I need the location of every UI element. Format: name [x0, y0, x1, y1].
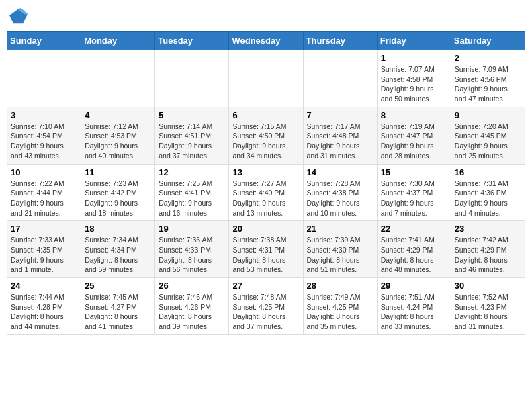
- day-info: Sunrise: 7:27 AM Sunset: 4:40 PM Dayligh…: [232, 179, 299, 218]
- calendar-cell: [229, 50, 303, 107]
- day-info: Sunrise: 7:45 AM Sunset: 4:27 PM Dayligh…: [85, 292, 151, 332]
- calendar-cell: 27Sunrise: 7:48 AM Sunset: 4:25 PM Dayli…: [229, 278, 303, 335]
- day-number: 11: [85, 167, 151, 177]
- calendar-cell: 22Sunrise: 7:41 AM Sunset: 4:29 PM Dayli…: [377, 221, 451, 278]
- calendar-cell: 15Sunrise: 7:30 AM Sunset: 4:37 PM Dayli…: [377, 164, 451, 221]
- day-number: 25: [85, 281, 151, 291]
- day-number: 19: [159, 224, 225, 234]
- day-number: 14: [307, 167, 373, 177]
- day-info: Sunrise: 7:51 AM Sunset: 4:24 PM Dayligh…: [381, 292, 447, 332]
- calendar-cell: 7Sunrise: 7:17 AM Sunset: 4:48 PM Daylig…: [303, 107, 377, 164]
- calendar-cell: 12Sunrise: 7:25 AM Sunset: 4:41 PM Dayli…: [155, 164, 229, 221]
- calendar-cell: 2Sunrise: 7:09 AM Sunset: 4:56 PM Daylig…: [451, 50, 525, 107]
- calendar-cell: [7, 50, 81, 107]
- day-number: 3: [11, 110, 77, 120]
- day-info: Sunrise: 7:09 AM Sunset: 4:56 PM Dayligh…: [455, 64, 521, 104]
- day-info: Sunrise: 7:19 AM Sunset: 4:47 PM Dayligh…: [381, 122, 447, 161]
- column-header-monday: Monday: [81, 32, 155, 50]
- day-info: Sunrise: 7:44 AM Sunset: 4:28 PM Dayligh…: [11, 292, 77, 332]
- logo-icon: [9, 7, 28, 26]
- day-number: 9: [455, 110, 521, 120]
- day-number: 18: [85, 224, 151, 234]
- calendar-cell: 26Sunrise: 7:46 AM Sunset: 4:26 PM Dayli…: [155, 278, 229, 335]
- column-header-thursday: Thursday: [303, 32, 377, 50]
- calendar-week-row: 10Sunrise: 7:22 AM Sunset: 4:44 PM Dayli…: [7, 164, 525, 221]
- calendar-cell: 20Sunrise: 7:38 AM Sunset: 4:31 PM Dayli…: [229, 221, 303, 278]
- day-number: 24: [11, 281, 77, 291]
- day-info: Sunrise: 7:15 AM Sunset: 4:50 PM Dayligh…: [232, 122, 299, 161]
- calendar-cell: 25Sunrise: 7:45 AM Sunset: 4:27 PM Dayli…: [81, 278, 155, 335]
- calendar-cell: 4Sunrise: 7:12 AM Sunset: 4:53 PM Daylig…: [81, 107, 155, 164]
- day-info: Sunrise: 7:34 AM Sunset: 4:34 PM Dayligh…: [85, 235, 151, 275]
- calendar-cell: 19Sunrise: 7:36 AM Sunset: 4:33 PM Dayli…: [155, 221, 229, 278]
- calendar-cell: 8Sunrise: 7:19 AM Sunset: 4:47 PM Daylig…: [377, 107, 451, 164]
- day-info: Sunrise: 7:49 AM Sunset: 4:25 PM Dayligh…: [307, 292, 373, 332]
- calendar-cell: 29Sunrise: 7:51 AM Sunset: 4:24 PM Dayli…: [377, 278, 451, 335]
- calendar-cell: 3Sunrise: 7:10 AM Sunset: 4:54 PM Daylig…: [7, 107, 81, 164]
- day-info: Sunrise: 7:30 AM Sunset: 4:37 PM Dayligh…: [381, 179, 447, 218]
- column-header-saturday: Saturday: [451, 32, 525, 50]
- calendar-cell: 18Sunrise: 7:34 AM Sunset: 4:34 PM Dayli…: [81, 221, 155, 278]
- day-number: 6: [232, 110, 299, 120]
- calendar-cell: 17Sunrise: 7:33 AM Sunset: 4:35 PM Dayli…: [7, 221, 81, 278]
- day-info: Sunrise: 7:38 AM Sunset: 4:31 PM Dayligh…: [232, 235, 299, 275]
- day-number: 29: [381, 281, 447, 291]
- day-number: 8: [381, 110, 447, 120]
- day-info: Sunrise: 7:10 AM Sunset: 4:54 PM Dayligh…: [11, 122, 77, 161]
- day-number: 26: [159, 281, 225, 291]
- page-header: [7, 7, 525, 26]
- calendar-cell: 6Sunrise: 7:15 AM Sunset: 4:50 PM Daylig…: [229, 107, 303, 164]
- day-number: 17: [11, 224, 77, 234]
- day-info: Sunrise: 7:20 AM Sunset: 4:45 PM Dayligh…: [455, 122, 521, 161]
- day-info: Sunrise: 7:23 AM Sunset: 4:42 PM Dayligh…: [85, 179, 151, 218]
- day-number: 12: [159, 167, 225, 177]
- calendar-week-row: 1Sunrise: 7:07 AM Sunset: 4:58 PM Daylig…: [7, 50, 525, 107]
- day-info: Sunrise: 7:52 AM Sunset: 4:23 PM Dayligh…: [455, 292, 521, 332]
- calendar-cell: 5Sunrise: 7:14 AM Sunset: 4:51 PM Daylig…: [155, 107, 229, 164]
- day-number: 20: [232, 224, 299, 234]
- calendar-cell: [303, 50, 377, 107]
- day-number: 10: [11, 167, 77, 177]
- day-info: Sunrise: 7:07 AM Sunset: 4:58 PM Dayligh…: [381, 64, 447, 104]
- day-number: 2: [455, 53, 521, 63]
- calendar-cell: 11Sunrise: 7:23 AM Sunset: 4:42 PM Dayli…: [81, 164, 155, 221]
- column-header-friday: Friday: [377, 32, 451, 50]
- day-number: 7: [307, 110, 373, 120]
- calendar-week-row: 24Sunrise: 7:44 AM Sunset: 4:28 PM Dayli…: [7, 278, 525, 335]
- day-number: 5: [159, 110, 225, 120]
- calendar-week-row: 17Sunrise: 7:33 AM Sunset: 4:35 PM Dayli…: [7, 221, 525, 278]
- logo: [9, 7, 31, 26]
- day-info: Sunrise: 7:48 AM Sunset: 4:25 PM Dayligh…: [232, 292, 299, 332]
- day-number: 16: [455, 167, 521, 177]
- day-info: Sunrise: 7:36 AM Sunset: 4:33 PM Dayligh…: [159, 235, 225, 275]
- calendar-table: SundayMondayTuesdayWednesdayThursdayFrid…: [7, 31, 525, 335]
- day-info: Sunrise: 7:33 AM Sunset: 4:35 PM Dayligh…: [11, 235, 77, 275]
- day-info: Sunrise: 7:22 AM Sunset: 4:44 PM Dayligh…: [11, 179, 77, 218]
- day-number: 15: [381, 167, 447, 177]
- day-number: 28: [307, 281, 373, 291]
- calendar-cell: 1Sunrise: 7:07 AM Sunset: 4:58 PM Daylig…: [377, 50, 451, 107]
- day-number: 21: [307, 224, 373, 234]
- calendar-header-row: SundayMondayTuesdayWednesdayThursdayFrid…: [7, 32, 525, 50]
- calendar-cell: 10Sunrise: 7:22 AM Sunset: 4:44 PM Dayli…: [7, 164, 81, 221]
- calendar-cell: 23Sunrise: 7:42 AM Sunset: 4:29 PM Dayli…: [451, 221, 525, 278]
- calendar-cell: 21Sunrise: 7:39 AM Sunset: 4:30 PM Dayli…: [303, 221, 377, 278]
- day-number: 13: [232, 167, 299, 177]
- day-info: Sunrise: 7:25 AM Sunset: 4:41 PM Dayligh…: [159, 179, 225, 218]
- day-number: 30: [455, 281, 521, 291]
- calendar-cell: 28Sunrise: 7:49 AM Sunset: 4:25 PM Dayli…: [303, 278, 377, 335]
- day-number: 27: [232, 281, 299, 291]
- day-number: 1: [381, 53, 447, 63]
- column-header-sunday: Sunday: [7, 32, 81, 50]
- day-info: Sunrise: 7:41 AM Sunset: 4:29 PM Dayligh…: [381, 235, 447, 275]
- day-info: Sunrise: 7:46 AM Sunset: 4:26 PM Dayligh…: [159, 292, 225, 332]
- calendar-week-row: 3Sunrise: 7:10 AM Sunset: 4:54 PM Daylig…: [7, 107, 525, 164]
- calendar-cell: 24Sunrise: 7:44 AM Sunset: 4:28 PM Dayli…: [7, 278, 81, 335]
- day-info: Sunrise: 7:12 AM Sunset: 4:53 PM Dayligh…: [85, 122, 151, 161]
- day-info: Sunrise: 7:14 AM Sunset: 4:51 PM Dayligh…: [159, 122, 225, 161]
- calendar-cell: 14Sunrise: 7:28 AM Sunset: 4:38 PM Dayli…: [303, 164, 377, 221]
- day-info: Sunrise: 7:31 AM Sunset: 4:36 PM Dayligh…: [455, 179, 521, 218]
- day-info: Sunrise: 7:42 AM Sunset: 4:29 PM Dayligh…: [455, 235, 521, 275]
- day-info: Sunrise: 7:17 AM Sunset: 4:48 PM Dayligh…: [307, 122, 373, 161]
- calendar-cell: 13Sunrise: 7:27 AM Sunset: 4:40 PM Dayli…: [229, 164, 303, 221]
